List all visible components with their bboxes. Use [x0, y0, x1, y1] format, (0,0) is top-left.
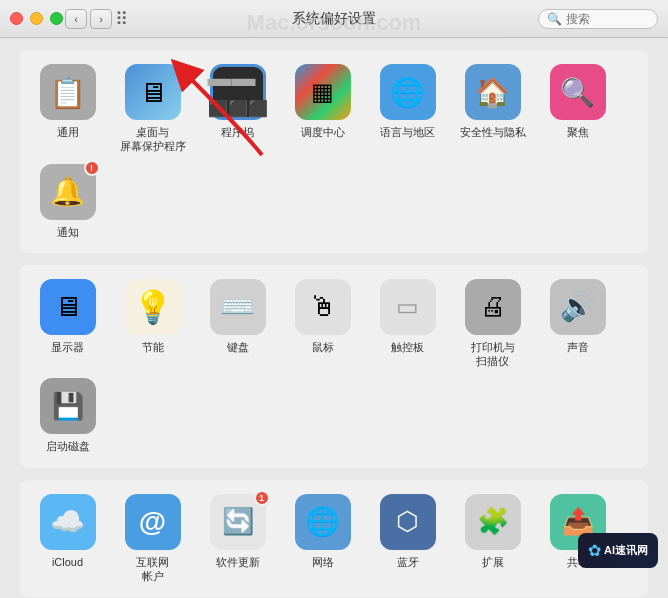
- item-display[interactable]: 🖥 显示器: [30, 279, 105, 354]
- item-dock[interactable]: ▬▬⬛⬛⬛ 程序坞: [200, 64, 275, 139]
- label-network: 网络: [312, 555, 334, 569]
- window-title: 系统偏好设置: [292, 10, 376, 28]
- label-bluetooth: 蓝牙: [397, 555, 419, 569]
- item-desktop[interactable]: 🖥 桌面与屏幕保护程序: [115, 64, 190, 154]
- software-badge: 1: [254, 490, 270, 506]
- item-trackpad[interactable]: ▭ 触控板: [370, 279, 445, 354]
- item-internet[interactable]: @ 互联网帐户: [115, 494, 190, 584]
- item-notifications[interactable]: 🔔 ! 通知: [30, 164, 105, 239]
- traffic-lights: [10, 12, 63, 25]
- item-language[interactable]: 🌐 语言与地区: [370, 64, 445, 139]
- item-startup[interactable]: 💾 启动磁盘: [30, 378, 105, 453]
- label-energy: 节能: [142, 340, 164, 354]
- label-desktop: 桌面与屏幕保护程序: [120, 125, 186, 154]
- icon-row-1: 📋 通用 🖥 桌面与屏幕保护程序 ▬▬⬛⬛⬛ 程序坞 ▦: [30, 64, 638, 239]
- item-icloud[interactable]: ☁️ iCloud: [30, 494, 105, 569]
- item-general[interactable]: 📋 通用: [30, 64, 105, 139]
- label-security: 安全性与隐私: [460, 125, 526, 139]
- title-bar: ‹ › ⠿ 系统偏好设置 🔍: [0, 0, 668, 38]
- search-icon: 🔍: [547, 12, 562, 26]
- label-mouse: 鼠标: [312, 340, 334, 354]
- item-spotlight[interactable]: 🔍 聚焦: [540, 64, 615, 139]
- notifications-badge: !: [84, 160, 100, 176]
- apps-grid-icon: ⠿: [115, 8, 128, 30]
- item-energy[interactable]: 💡 节能: [115, 279, 190, 354]
- search-input[interactable]: [566, 12, 646, 26]
- back-button[interactable]: ‹: [65, 9, 87, 29]
- icon-row-3: ☁️ iCloud @ 互联网帐户 🔄 1 软件更新 🌐: [30, 494, 638, 584]
- label-keyboard: 键盘: [227, 340, 249, 354]
- maximize-button[interactable]: [50, 12, 63, 25]
- label-display: 显示器: [51, 340, 84, 354]
- label-internet: 互联网帐户: [136, 555, 169, 584]
- item-security[interactable]: 🏠 安全性与隐私: [455, 64, 530, 139]
- icon-row-2: 🖥 显示器 💡 节能 ⌨️ 键盘 🖱 鼠标: [30, 279, 638, 454]
- section-row3: ☁️ iCloud @ 互联网帐户 🔄 1 软件更新 🌐: [20, 480, 648, 598]
- label-extensions: 扩展: [482, 555, 504, 569]
- item-printers[interactable]: 🖨 打印机与扫描仪: [455, 279, 530, 369]
- label-general: 通用: [57, 125, 79, 139]
- item-mission[interactable]: ▦ 调度中心: [285, 64, 360, 139]
- section-row2: 🖥 显示器 💡 节能 ⌨️ 键盘 🖱 鼠标: [20, 265, 648, 468]
- search-box[interactable]: 🔍: [538, 9, 658, 29]
- section-row1: 📋 通用 🖥 桌面与屏幕保护程序 ▬▬⬛⬛⬛ 程序坞 ▦: [20, 50, 648, 253]
- label-startup: 启动磁盘: [46, 439, 90, 453]
- label-spotlight: 聚焦: [567, 125, 589, 139]
- main-content: 📋 通用 🖥 桌面与屏幕保护程序 ▬▬⬛⬛⬛ 程序坞 ▦: [0, 38, 668, 598]
- item-keyboard[interactable]: ⌨️ 键盘: [200, 279, 275, 354]
- label-mission: 调度中心: [301, 125, 345, 139]
- label-sound: 声音: [567, 340, 589, 354]
- ai-flower-icon: ✿: [588, 541, 601, 560]
- label-printers: 打印机与扫描仪: [471, 340, 515, 369]
- label-icloud: iCloud: [52, 555, 83, 569]
- ai-badge: ✿ AI速讯网: [578, 533, 658, 568]
- item-extensions[interactable]: 🧩 扩展: [455, 494, 530, 569]
- nav-buttons: ‹ ›: [65, 9, 112, 29]
- minimize-button[interactable]: [30, 12, 43, 25]
- label-language: 语言与地区: [380, 125, 435, 139]
- item-bluetooth[interactable]: ⬡ 蓝牙: [370, 494, 445, 569]
- item-network[interactable]: 🌐 网络: [285, 494, 360, 569]
- label-dock: 程序坞: [221, 125, 254, 139]
- ai-badge-text: AI速讯网: [604, 543, 648, 558]
- item-sound[interactable]: 🔊 声音: [540, 279, 615, 354]
- close-button[interactable]: [10, 12, 23, 25]
- label-software: 软件更新: [216, 555, 260, 569]
- label-notifications: 通知: [57, 225, 79, 239]
- item-software[interactable]: 🔄 1 软件更新: [200, 494, 275, 569]
- item-mouse[interactable]: 🖱 鼠标: [285, 279, 360, 354]
- forward-button[interactable]: ›: [90, 9, 112, 29]
- label-trackpad: 触控板: [391, 340, 424, 354]
